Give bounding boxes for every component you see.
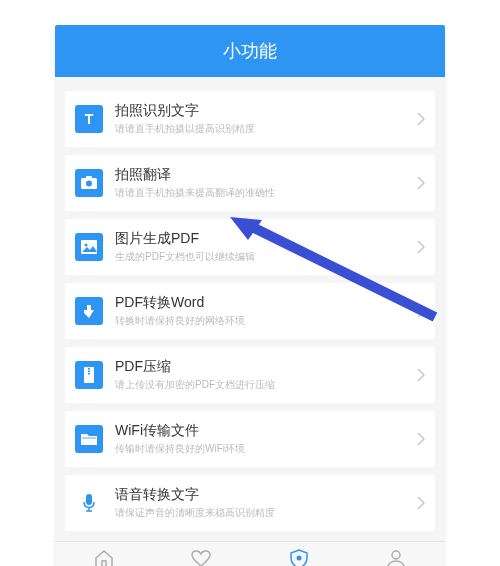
feature-item-text: PDF转换Word 转换时请保持良好的网络环境 <box>115 294 411 328</box>
camera-icon <box>75 169 103 197</box>
heart-icon <box>190 548 212 566</box>
page-title: 小功能 <box>55 25 445 77</box>
feature-item-text: 拍照识别文字 请请直手机拍摄以提高识别精度 <box>115 102 411 136</box>
zip-icon <box>75 361 103 389</box>
chevron-right-icon <box>417 432 425 446</box>
feature-item-subtitle: 请请直手机拍摄来提高翻译的准确性 <box>115 186 411 200</box>
feature-item[interactable]: 语音转换文字 请保证声音的清晰度来稳高识别精度 <box>65 475 435 531</box>
chevron-right-icon <box>417 240 425 254</box>
feature-item[interactable]: 拍照翻译 请请直手机拍摄来提高翻译的准确性 <box>65 155 435 211</box>
home-icon <box>93 548 115 566</box>
feature-item-title: 语音转换文字 <box>115 486 411 504</box>
svg-rect-8 <box>88 368 90 370</box>
tab-heart[interactable]: 收藏 <box>153 548 251 566</box>
tab-shield[interactable]: 小功能 <box>250 548 348 566</box>
chevron-right-icon <box>417 176 425 190</box>
tab-profile[interactable]: 设置 <box>348 548 446 566</box>
feature-item-subtitle: 请请直手机拍摄以提高识别精度 <box>115 122 411 136</box>
pdf-icon <box>75 297 103 325</box>
feature-item-subtitle: 请保证声音的清晰度来稳高识别精度 <box>115 506 411 520</box>
svg-rect-10 <box>88 373 90 375</box>
feature-item[interactable]: PDF转换Word 转换时请保持良好的网络环境 <box>65 283 435 339</box>
tab-home[interactable]: 首页 <box>55 548 153 566</box>
tab-bar: 首页 收藏 小功能 设置 <box>55 541 445 566</box>
svg-text:T: T <box>85 111 94 127</box>
svg-point-14 <box>296 556 301 561</box>
chevron-right-icon <box>417 368 425 382</box>
feature-item-subtitle: 转换时请保持良好的网络环境 <box>115 314 411 328</box>
feature-item-title: 拍照识别文字 <box>115 102 411 120</box>
feature-item[interactable]: PDF压缩 请上传没有加密的PDF文档进行压缩 <box>65 347 435 403</box>
feature-item[interactable]: T 拍照识别文字 请请直手机拍摄以提高识别精度 <box>65 91 435 147</box>
feature-item-subtitle: 生成的PDF文档也可以继续编辑 <box>115 250 411 264</box>
folder-icon <box>75 425 103 453</box>
chevron-right-icon <box>417 112 425 126</box>
feature-item-title: 图片生成PDF <box>115 230 411 248</box>
feature-item[interactable]: WiFi传输文件 传输时请保持良好的WiFi环境 <box>65 411 435 467</box>
profile-icon <box>385 548 407 566</box>
svg-point-15 <box>392 551 400 559</box>
chevron-right-icon <box>417 496 425 510</box>
feature-item-text: 图片生成PDF 生成的PDF文档也可以继续编辑 <box>115 230 411 264</box>
chevron-right-icon <box>417 304 425 318</box>
feature-item-title: PDF转换Word <box>115 294 411 312</box>
feature-item-subtitle: 传输时请保持良好的WiFi环境 <box>115 442 411 456</box>
feature-item-text: PDF压缩 请上传没有加密的PDF文档进行压缩 <box>115 358 411 392</box>
svg-rect-11 <box>86 494 92 505</box>
feature-item-subtitle: 请上传没有加密的PDF文档进行压缩 <box>115 378 411 392</box>
image-icon <box>75 233 103 261</box>
shield-icon <box>288 548 310 566</box>
feature-item[interactable]: 图片生成PDF 生成的PDF文档也可以继续编辑 <box>65 219 435 275</box>
phone-frame: 小功能 T 拍照识别文字 请请直手机拍摄以提高识别精度 拍照翻译 请请直手机拍摄… <box>55 25 445 566</box>
feature-item-title: WiFi传输文件 <box>115 422 411 440</box>
feature-item-text: WiFi传输文件 传输时请保持良好的WiFi环境 <box>115 422 411 456</box>
feature-item-title: 拍照翻译 <box>115 166 411 184</box>
feature-list: T 拍照识别文字 请请直手机拍摄以提高识别精度 拍照翻译 请请直手机拍摄来提高翻… <box>55 77 445 541</box>
svg-rect-3 <box>86 176 92 179</box>
mic-icon <box>75 489 103 517</box>
feature-item-title: PDF压缩 <box>115 358 411 376</box>
text-T-icon: T <box>75 105 103 133</box>
svg-point-4 <box>86 181 92 187</box>
svg-rect-9 <box>88 371 90 373</box>
feature-item-text: 语音转换文字 请保证声音的清晰度来稳高识别精度 <box>115 486 411 520</box>
svg-point-6 <box>85 244 88 247</box>
feature-item-text: 拍照翻译 请请直手机拍摄来提高翻译的准确性 <box>115 166 411 200</box>
